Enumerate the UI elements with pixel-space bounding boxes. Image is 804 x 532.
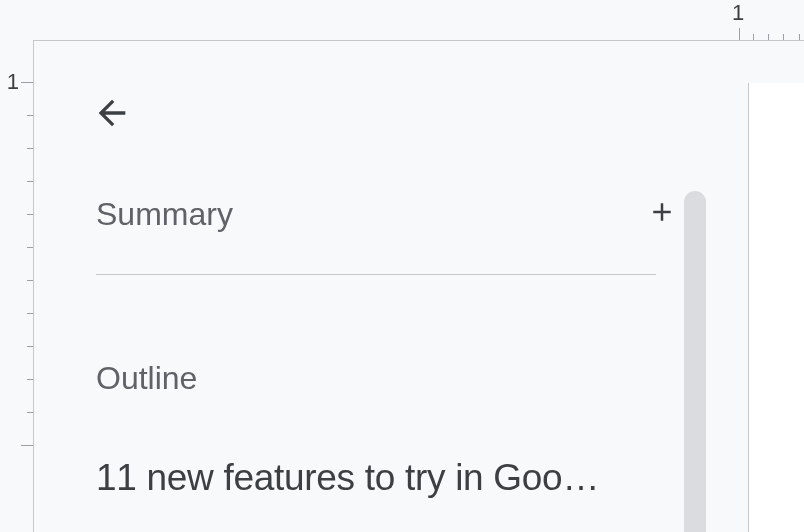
ruler-h-label: 1 — [732, 0, 744, 26]
arrow-left-icon — [92, 93, 132, 137]
ruler-v-label: 1 — [7, 69, 19, 95]
outline-label: Outline — [96, 360, 682, 397]
vertical-ruler: 1 — [0, 40, 33, 532]
close-outline-button[interactable] — [88, 91, 136, 139]
summary-label: Summary — [96, 196, 233, 233]
summary-section: Summary — [96, 194, 682, 234]
editor-area: Summary Outline 11 new features to try i… — [33, 40, 804, 532]
outline-panel: Summary Outline 11 new features to try i… — [34, 41, 744, 532]
outline-scrollbar[interactable] — [684, 191, 706, 532]
divider — [96, 274, 656, 275]
add-summary-button[interactable] — [642, 194, 682, 234]
outline-item[interactable]: 11 new features to try in Goo… — [96, 457, 606, 499]
plus-icon — [647, 197, 677, 231]
horizontal-ruler: 1 — [33, 0, 804, 40]
document-page[interactable] — [748, 83, 804, 532]
